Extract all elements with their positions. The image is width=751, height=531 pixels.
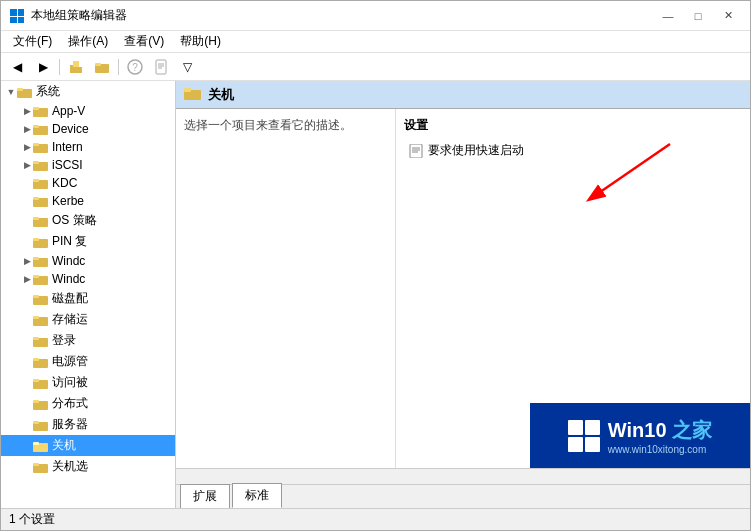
svg-rect-11 [156, 60, 166, 74]
expand-arrow-root[interactable]: ▼ [5, 87, 17, 97]
folder-icon-os [33, 214, 49, 228]
tree-item-intern[interactable]: ▶ Intern [1, 138, 175, 156]
menu-view[interactable]: 查看(V) [116, 31, 172, 52]
left-tree-pane[interactable]: ▼ 系统 ▶ [1, 81, 176, 508]
maximize-button[interactable]: □ [684, 6, 712, 26]
menu-bar: 文件(F) 操作(A) 查看(V) 帮助(H) [1, 31, 750, 53]
tree-item-shutdown[interactable]: 关机 [1, 435, 175, 456]
tree-label-storage: 存储运 [52, 311, 88, 328]
watermark-title-main: Win10 [608, 419, 667, 441]
menu-help[interactable]: 帮助(H) [172, 31, 229, 52]
svg-rect-36 [33, 275, 39, 278]
tree-item-root[interactable]: ▼ 系统 [1, 81, 175, 102]
forward-button[interactable]: ▶ [31, 56, 55, 78]
tree-item-kdc[interactable]: KDC [1, 174, 175, 192]
expand-arrow-intern[interactable]: ▶ [21, 142, 33, 152]
svg-rect-26 [33, 179, 39, 182]
expand-arrow-windc2[interactable]: ▶ [21, 274, 33, 284]
tree-label-access: 访问被 [52, 374, 88, 391]
expand-arrow-device[interactable]: ▶ [21, 124, 33, 134]
title-bar-text: 本地组策略编辑器 [31, 7, 654, 24]
main-window: 本地组策略编辑器 — □ ✕ 文件(F) 操作(A) 查看(V) 帮助(H) ◀… [0, 0, 751, 531]
watermark: Win10 之家 www.win10xitong.com [530, 403, 750, 468]
help-button[interactable]: ? [123, 56, 147, 78]
tree-item-device[interactable]: ▶ Device [1, 120, 175, 138]
tree-item-access[interactable]: 访问被 [1, 372, 175, 393]
doc-button[interactable] [149, 56, 173, 78]
tree-item-os[interactable]: OS 策略 [1, 210, 175, 231]
tree-item-windc2[interactable]: ▶ Windc [1, 270, 175, 288]
folder-button[interactable] [90, 56, 114, 78]
menu-action[interactable]: 操作(A) [60, 31, 116, 52]
folder-icon-dist [33, 397, 49, 411]
svg-rect-3 [18, 17, 24, 23]
red-arrow-indicator [570, 139, 690, 222]
folder-icon-iscsi [33, 158, 49, 172]
watermark-url: www.win10xitong.com [608, 444, 712, 455]
tree-item-storage[interactable]: 存储运 [1, 309, 175, 330]
svg-rect-0 [10, 9, 17, 16]
expand-arrow-iscsi[interactable]: ▶ [21, 160, 33, 170]
watermark-text-block: Win10 之家 www.win10xitong.com [608, 417, 712, 455]
folder-icon-kerbe [33, 194, 49, 208]
logo-quad-bl [568, 437, 583, 452]
svg-rect-34 [33, 257, 39, 260]
watermark-title-accent: 之家 [667, 419, 713, 441]
folder-icon-shutdown [33, 439, 49, 453]
close-button[interactable]: ✕ [714, 6, 742, 26]
status-text: 1 个设置 [9, 511, 55, 528]
toolbar: ◀ ▶ ? [1, 53, 750, 81]
expand-arrow-appv[interactable]: ▶ [21, 106, 33, 116]
right-content: 选择一个项目来查看它的描述。 设置 [176, 109, 750, 468]
svg-rect-28 [33, 197, 39, 200]
right-header: 关机 [176, 81, 750, 109]
svg-rect-50 [33, 421, 39, 424]
folder-icon-windc2 [33, 272, 49, 286]
policy-label-fast-startup: 要求使用快速启动 [428, 142, 524, 159]
folder-icon-server [33, 418, 49, 432]
tab-expand[interactable]: 扩展 [180, 484, 230, 508]
filter-button[interactable]: ▽ [175, 56, 199, 78]
svg-text:?: ? [132, 62, 138, 73]
svg-rect-54 [33, 463, 39, 466]
tree-item-dist[interactable]: 分布式 [1, 393, 175, 414]
svg-rect-32 [33, 238, 39, 241]
right-header-title: 关机 [208, 86, 234, 104]
separator-1 [59, 59, 60, 75]
tree-item-diskconf[interactable]: 磁盘配 [1, 288, 175, 309]
horizontal-scrollbar[interactable] [176, 468, 750, 484]
folder-icon-access [33, 376, 49, 390]
tree-label-iscsi: iSCSI [52, 158, 83, 172]
svg-rect-57 [410, 144, 422, 158]
up-button[interactable] [64, 56, 88, 78]
tree-label-shutdown: 关机 [52, 437, 76, 454]
logo-quad-tl [568, 420, 583, 435]
description-text: 选择一个项目来查看它的描述。 [184, 118, 352, 132]
svg-rect-46 [33, 379, 39, 382]
tree-item-appv[interactable]: ▶ App-V [1, 102, 175, 120]
minimize-button[interactable]: — [654, 6, 682, 26]
tree-item-iscsi[interactable]: ▶ iSCSI [1, 156, 175, 174]
tree-item-power[interactable]: 电源管 [1, 351, 175, 372]
tree-item-server[interactable]: 服务器 [1, 414, 175, 435]
svg-rect-40 [33, 316, 39, 319]
svg-line-62 [590, 144, 670, 199]
tree-item-windc1[interactable]: ▶ Windc [1, 252, 175, 270]
back-button[interactable]: ◀ [5, 56, 29, 78]
folder-icon-pin [33, 235, 49, 249]
scrollbar-track [176, 471, 750, 483]
tree-item-kerbe[interactable]: Kerbe [1, 192, 175, 210]
svg-rect-30 [33, 217, 39, 220]
right-settings-pane: 设置 要求使用快速启动 [396, 109, 750, 468]
tree-item-login[interactable]: 登录 [1, 330, 175, 351]
menu-file[interactable]: 文件(F) [5, 31, 60, 52]
tree-item-shutdown-opts[interactable]: 关机选 [1, 456, 175, 477]
tree-label-os: OS 策略 [52, 212, 97, 229]
tree-label-windc1: Windc [52, 254, 85, 268]
windows-logo [568, 420, 600, 452]
tree-label-shutdown-opts: 关机选 [52, 458, 88, 475]
tree-item-pin[interactable]: PIN 复 [1, 231, 175, 252]
tab-standard[interactable]: 标准 [232, 483, 282, 508]
expand-arrow-windc1[interactable]: ▶ [21, 256, 33, 266]
svg-rect-22 [33, 143, 39, 146]
